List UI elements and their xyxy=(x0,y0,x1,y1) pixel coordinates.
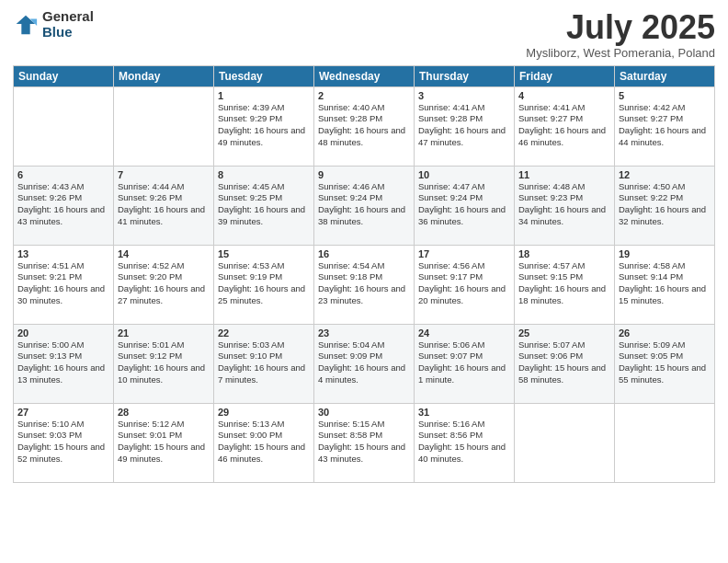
week-row-1: 1Sunrise: 4:39 AMSunset: 9:29 PMDaylight… xyxy=(14,86,715,166)
day-detail: Sunrise: 5:06 AMSunset: 9:07 PMDaylight:… xyxy=(418,339,510,386)
table-row: 1Sunrise: 4:39 AMSunset: 9:29 PMDaylight… xyxy=(214,86,314,166)
table-row xyxy=(14,86,114,166)
header-tuesday: Tuesday xyxy=(214,65,314,86)
day-detail: Sunrise: 4:44 AMSunset: 9:26 PMDaylight:… xyxy=(118,181,210,228)
day-detail: Sunrise: 4:40 AMSunset: 9:28 PMDaylight:… xyxy=(318,102,410,149)
table-row: 7Sunrise: 4:44 AMSunset: 9:26 PMDaylight… xyxy=(114,166,214,245)
svg-marker-0 xyxy=(17,15,36,34)
header-sunday: Sunday xyxy=(14,65,114,86)
day-number: 10 xyxy=(418,169,510,180)
table-row: 27Sunrise: 5:10 AMSunset: 9:03 PMDayligh… xyxy=(14,403,114,482)
logo: General Blue xyxy=(13,9,94,40)
day-number: 23 xyxy=(318,327,410,339)
day-number: 8 xyxy=(218,169,310,180)
logo-text: General Blue xyxy=(42,9,94,40)
table-row: 11Sunrise: 4:48 AMSunset: 9:23 PMDayligh… xyxy=(515,166,615,245)
day-detail: Sunrise: 4:57 AMSunset: 9:15 PMDaylight:… xyxy=(518,260,610,307)
table-row: 26Sunrise: 5:09 AMSunset: 9:05 PMDayligh… xyxy=(615,324,715,403)
day-detail: Sunrise: 5:15 AMSunset: 8:58 PMDaylight:… xyxy=(318,419,410,465)
table-row: 28Sunrise: 5:12 AMSunset: 9:01 PMDayligh… xyxy=(114,403,214,482)
day-detail: Sunrise: 5:03 AMSunset: 9:10 PMDaylight:… xyxy=(218,339,310,386)
table-row: 3Sunrise: 4:41 AMSunset: 9:28 PMDaylight… xyxy=(415,86,515,166)
day-number: 17 xyxy=(418,248,510,259)
day-number: 14 xyxy=(118,248,210,259)
day-number: 19 xyxy=(619,248,711,259)
day-number: 18 xyxy=(518,248,610,259)
logo-blue-text: Blue xyxy=(42,25,94,40)
table-row: 21Sunrise: 5:01 AMSunset: 9:12 PMDayligh… xyxy=(114,324,214,403)
table-row xyxy=(515,403,615,482)
weekday-header-row: Sunday Monday Tuesday Wednesday Thursday… xyxy=(14,65,715,86)
day-detail: Sunrise: 4:50 AMSunset: 9:22 PMDaylight:… xyxy=(619,181,711,228)
day-number: 26 xyxy=(619,327,711,339)
header: General Blue July 2025 Mysliborz, West P… xyxy=(13,9,715,60)
day-detail: Sunrise: 5:07 AMSunset: 9:06 PMDaylight:… xyxy=(518,339,610,386)
table-row: 30Sunrise: 5:15 AMSunset: 8:58 PMDayligh… xyxy=(314,403,415,482)
header-wednesday: Wednesday xyxy=(314,65,415,86)
day-detail: Sunrise: 4:58 AMSunset: 9:14 PMDaylight:… xyxy=(619,260,711,307)
table-row: 24Sunrise: 5:06 AMSunset: 9:07 PMDayligh… xyxy=(415,324,515,403)
day-detail: Sunrise: 4:41 AMSunset: 9:28 PMDaylight:… xyxy=(418,102,510,149)
day-number: 9 xyxy=(318,169,410,180)
table-row: 5Sunrise: 4:42 AMSunset: 9:27 PMDaylight… xyxy=(615,86,715,166)
day-number: 27 xyxy=(17,407,109,418)
week-row-5: 27Sunrise: 5:10 AMSunset: 9:03 PMDayligh… xyxy=(14,403,715,482)
table-row xyxy=(114,86,214,166)
day-detail: Sunrise: 4:52 AMSunset: 9:20 PMDaylight:… xyxy=(118,260,210,307)
table-row xyxy=(615,403,715,482)
day-number: 1 xyxy=(218,90,310,101)
day-number: 30 xyxy=(318,407,410,418)
calendar-table: Sunday Monday Tuesday Wednesday Thursday… xyxy=(13,65,715,483)
table-row: 10Sunrise: 4:47 AMSunset: 9:24 PMDayligh… xyxy=(415,166,515,245)
week-row-2: 6Sunrise: 4:43 AMSunset: 9:26 PMDaylight… xyxy=(14,166,715,245)
table-row: 31Sunrise: 5:16 AMSunset: 8:56 PMDayligh… xyxy=(415,403,515,482)
table-row: 2Sunrise: 4:40 AMSunset: 9:28 PMDaylight… xyxy=(314,86,415,166)
day-number: 6 xyxy=(17,169,109,180)
table-row: 14Sunrise: 4:52 AMSunset: 9:20 PMDayligh… xyxy=(114,245,214,324)
day-detail: Sunrise: 4:41 AMSunset: 9:27 PMDaylight:… xyxy=(518,102,610,149)
logo-general-text: General xyxy=(42,9,94,25)
table-row: 17Sunrise: 4:56 AMSunset: 9:17 PMDayligh… xyxy=(415,245,515,324)
table-row: 16Sunrise: 4:54 AMSunset: 9:18 PMDayligh… xyxy=(314,245,415,324)
day-detail: Sunrise: 5:12 AMSunset: 9:01 PMDaylight:… xyxy=(118,419,210,465)
day-detail: Sunrise: 4:39 AMSunset: 9:29 PMDaylight:… xyxy=(218,102,310,149)
header-friday: Friday xyxy=(515,65,615,86)
day-number: 29 xyxy=(218,407,310,418)
table-row: 12Sunrise: 4:50 AMSunset: 9:22 PMDayligh… xyxy=(615,166,715,245)
day-detail: Sunrise: 5:01 AMSunset: 9:12 PMDaylight:… xyxy=(118,339,210,386)
table-row: 6Sunrise: 4:43 AMSunset: 9:26 PMDaylight… xyxy=(14,166,114,245)
day-detail: Sunrise: 5:16 AMSunset: 8:56 PMDaylight:… xyxy=(418,419,510,465)
day-detail: Sunrise: 4:56 AMSunset: 9:17 PMDaylight:… xyxy=(418,260,510,307)
day-detail: Sunrise: 5:10 AMSunset: 9:03 PMDaylight:… xyxy=(17,419,109,465)
table-row: 20Sunrise: 5:00 AMSunset: 9:13 PMDayligh… xyxy=(14,324,114,403)
day-detail: Sunrise: 4:43 AMSunset: 9:26 PMDaylight:… xyxy=(17,181,109,228)
day-number: 11 xyxy=(518,169,610,180)
table-row: 13Sunrise: 4:51 AMSunset: 9:21 PMDayligh… xyxy=(14,245,114,324)
logo-icon xyxy=(13,12,39,38)
table-row: 22Sunrise: 5:03 AMSunset: 9:10 PMDayligh… xyxy=(214,324,314,403)
day-number: 16 xyxy=(318,248,410,259)
day-detail: Sunrise: 5:09 AMSunset: 9:05 PMDaylight:… xyxy=(619,339,711,386)
location-subtitle: Mysliborz, West Pomerania, Poland xyxy=(526,46,715,60)
table-row: 18Sunrise: 4:57 AMSunset: 9:15 PMDayligh… xyxy=(515,245,615,324)
day-number: 22 xyxy=(218,327,310,339)
day-detail: Sunrise: 4:47 AMSunset: 9:24 PMDaylight:… xyxy=(418,181,510,228)
day-number: 13 xyxy=(17,248,109,259)
day-number: 21 xyxy=(118,327,210,339)
day-number: 15 xyxy=(218,248,310,259)
table-row: 8Sunrise: 4:45 AMSunset: 9:25 PMDaylight… xyxy=(214,166,314,245)
header-thursday: Thursday xyxy=(415,65,515,86)
header-saturday: Saturday xyxy=(615,65,715,86)
table-row: 9Sunrise: 4:46 AMSunset: 9:24 PMDaylight… xyxy=(314,166,415,245)
day-detail: Sunrise: 4:46 AMSunset: 9:24 PMDaylight:… xyxy=(318,181,410,228)
day-number: 25 xyxy=(518,327,610,339)
table-row: 25Sunrise: 5:07 AMSunset: 9:06 PMDayligh… xyxy=(515,324,615,403)
day-number: 12 xyxy=(619,169,711,180)
page: General Blue July 2025 Mysliborz, West P… xyxy=(0,0,728,563)
header-monday: Monday xyxy=(114,65,214,86)
day-number: 3 xyxy=(418,90,510,101)
table-row: 29Sunrise: 5:13 AMSunset: 9:00 PMDayligh… xyxy=(214,403,314,482)
day-number: 7 xyxy=(118,169,210,180)
day-detail: Sunrise: 4:51 AMSunset: 9:21 PMDaylight:… xyxy=(17,260,109,307)
week-row-3: 13Sunrise: 4:51 AMSunset: 9:21 PMDayligh… xyxy=(14,245,715,324)
